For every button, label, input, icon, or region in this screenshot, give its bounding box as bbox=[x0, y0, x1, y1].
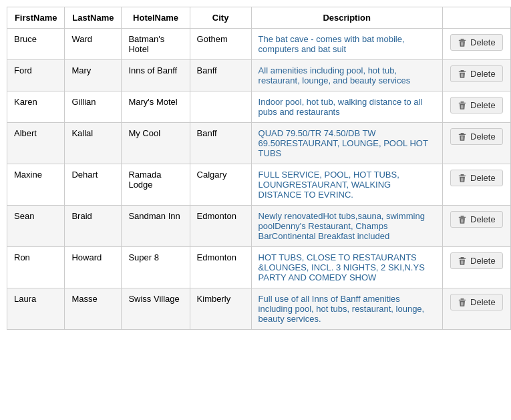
delete-button[interactable]: Delete bbox=[450, 34, 503, 51]
cell-description: All amenities including pool, hot tub, r… bbox=[251, 60, 442, 91]
cell-description: Indoor pool, hot tub, walking distance t… bbox=[251, 91, 442, 123]
cell-lastname: Gillian bbox=[65, 91, 122, 123]
delete-button[interactable]: Delete bbox=[450, 128, 503, 145]
delete-label: Delete bbox=[470, 173, 496, 183]
svg-rect-0 bbox=[460, 38, 464, 39]
svg-rect-5 bbox=[459, 102, 466, 103]
cell-city: Banff bbox=[190, 60, 251, 91]
cell-firstname: Laura bbox=[7, 288, 65, 330]
cell-firstname: Bruce bbox=[7, 29, 65, 60]
cell-action: Delete bbox=[442, 164, 510, 206]
cell-city: Kimberly bbox=[190, 288, 251, 330]
cell-hotelname: Inns of Banff bbox=[122, 60, 190, 91]
cell-description: Full use of all Inns of Banff amenities … bbox=[251, 288, 442, 330]
cell-description: Newly renovatedHot tubs,sauna, swimming … bbox=[251, 206, 442, 247]
description-text: FULL SERVICE, POOL, HOT TUBS, LOUNGRESTA… bbox=[259, 170, 399, 200]
cell-hotelname: My Cool bbox=[122, 123, 190, 164]
col-header-city: City bbox=[190, 7, 251, 29]
table-row: FordMaryInns of BanffBanffAll amenities … bbox=[7, 60, 511, 91]
trash-icon bbox=[458, 38, 467, 47]
trash-icon bbox=[458, 101, 467, 110]
cell-description: FULL SERVICE, POOL, HOT TUBS, LOUNGRESTA… bbox=[251, 164, 442, 206]
description-text: Newly renovatedHot tubs,sauna, swimming … bbox=[259, 211, 425, 241]
col-header-action bbox=[442, 7, 510, 29]
data-table: FirstName LastName HotelName City Descri… bbox=[7, 7, 511, 330]
delete-button[interactable]: Delete bbox=[450, 65, 503, 82]
svg-rect-9 bbox=[459, 175, 466, 176]
col-header-hotelname: HotelName bbox=[122, 7, 190, 29]
description-text: All amenities including pool, hot tub, r… bbox=[259, 65, 411, 85]
cell-hotelname: Super 8 bbox=[122, 247, 190, 288]
cell-lastname: Mary bbox=[65, 60, 122, 91]
delete-button[interactable]: Delete bbox=[450, 294, 503, 310]
trash-icon bbox=[458, 256, 467, 266]
cell-description: HOT TUBS, CLOSE TO RESTAURANTS &LOUNGES,… bbox=[251, 247, 442, 288]
cell-lastname: Howard bbox=[65, 247, 122, 288]
cell-city: Calgary bbox=[190, 164, 251, 206]
svg-rect-12 bbox=[460, 256, 464, 258]
cell-firstname: Karen bbox=[7, 91, 65, 123]
cell-action: Delete bbox=[442, 29, 510, 60]
description-text: QUAD 79.50/TR 74.50/DB TW 69.50RESTAURAN… bbox=[259, 128, 428, 158]
delete-label: Delete bbox=[470, 132, 496, 142]
cell-lastname: Dehart bbox=[65, 164, 122, 206]
cell-lastname: Masse bbox=[65, 288, 122, 330]
table-row: BruceWardBatman's HotelGothemThe bat cav… bbox=[7, 29, 511, 60]
col-header-lastname: LastName bbox=[65, 7, 122, 29]
cell-action: Delete bbox=[442, 91, 510, 123]
delete-button[interactable]: Delete bbox=[450, 252, 503, 269]
delete-button[interactable]: Delete bbox=[450, 97, 503, 114]
cell-city: Gothem bbox=[190, 29, 251, 60]
trash-icon bbox=[458, 298, 467, 307]
description-text: HOT TUBS, CLOSE TO RESTAURANTS &LOUNGES,… bbox=[259, 252, 425, 282]
table-row: AlbertKallalMy CoolBanffQUAD 79.50/TR 74… bbox=[7, 123, 511, 164]
svg-rect-3 bbox=[459, 71, 466, 71]
cell-hotelname: Sandman Inn bbox=[122, 206, 190, 247]
cell-hotelname: Swiss Village bbox=[122, 288, 190, 330]
cell-lastname: Ward bbox=[65, 29, 122, 60]
table-row: LauraMasseSwiss VillageKimberlyFull use … bbox=[7, 288, 511, 330]
cell-city: Banff bbox=[190, 123, 251, 164]
table-row: RonHowardSuper 8EdmontonHOT TUBS, CLOSE … bbox=[7, 247, 511, 288]
svg-rect-13 bbox=[459, 258, 466, 258]
description-text: Indoor pool, hot tub, walking distance t… bbox=[259, 97, 423, 117]
col-header-description: Description bbox=[251, 7, 442, 29]
trash-icon bbox=[458, 215, 467, 224]
svg-rect-7 bbox=[459, 134, 466, 134]
cell-action: Delete bbox=[442, 247, 510, 288]
svg-rect-1 bbox=[459, 39, 466, 40]
table-row: KarenGillianMary's MotelIndoor pool, hot… bbox=[7, 91, 511, 123]
cell-firstname: Sean bbox=[7, 206, 65, 247]
cell-firstname: Ford bbox=[7, 60, 65, 91]
svg-rect-4 bbox=[460, 101, 464, 102]
cell-hotelname: Batman's Hotel bbox=[122, 29, 190, 60]
delete-button[interactable]: Delete bbox=[450, 170, 503, 186]
cell-action: Delete bbox=[442, 60, 510, 91]
cell-hotelname: Mary's Motel bbox=[122, 91, 190, 123]
description-text: The bat cave - comes with bat mobile, co… bbox=[259, 34, 405, 54]
description-text: Full use of all Inns of Banff amenities … bbox=[259, 294, 425, 324]
cell-lastname: Kallal bbox=[65, 123, 122, 164]
svg-rect-2 bbox=[460, 69, 464, 71]
delete-label: Delete bbox=[470, 214, 496, 224]
svg-rect-11 bbox=[459, 216, 466, 217]
table-header-row: FirstName LastName HotelName City Descri… bbox=[7, 7, 511, 29]
svg-rect-10 bbox=[460, 215, 464, 216]
delete-button[interactable]: Delete bbox=[450, 211, 503, 228]
cell-hotelname: Ramada Lodge bbox=[122, 164, 190, 206]
cell-description: QUAD 79.50/TR 74.50/DB TW 69.50RESTAURAN… bbox=[251, 123, 442, 164]
cell-firstname: Maxine bbox=[7, 164, 65, 206]
delete-label: Delete bbox=[470, 256, 496, 266]
cell-city bbox=[190, 91, 251, 123]
delete-label: Delete bbox=[470, 69, 496, 79]
cell-action: Delete bbox=[442, 123, 510, 164]
trash-icon bbox=[458, 174, 467, 183]
col-header-firstname: FirstName bbox=[7, 7, 65, 29]
cell-action: Delete bbox=[442, 206, 510, 247]
delete-label: Delete bbox=[470, 100, 496, 110]
cell-firstname: Albert bbox=[7, 123, 65, 164]
table-row: MaxineDehartRamada LodgeCalgaryFULL SERV… bbox=[7, 164, 511, 206]
svg-rect-8 bbox=[460, 174, 464, 175]
cell-lastname: Braid bbox=[65, 206, 122, 247]
cell-action: Delete bbox=[442, 288, 510, 330]
